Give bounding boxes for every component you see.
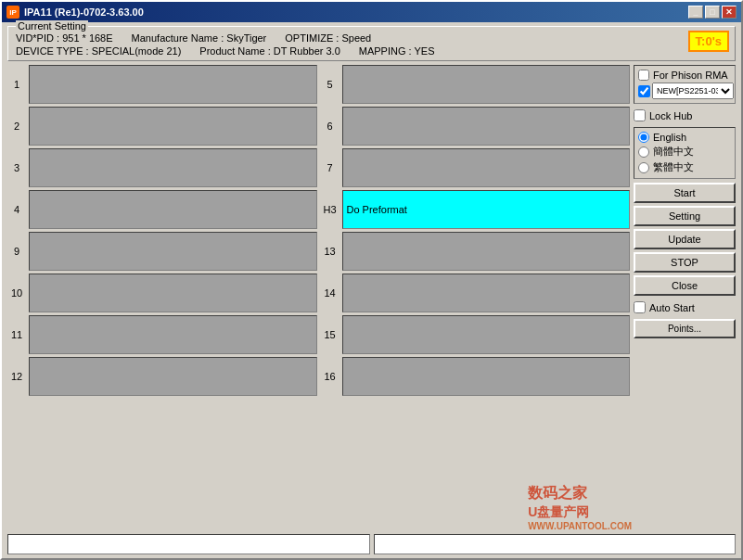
setting-button[interactable]: Setting (634, 206, 736, 226)
port-number-1: 1 (7, 79, 26, 90)
status-right (374, 534, 737, 554)
port-row-16: 16 (321, 357, 631, 396)
port-bar-h3: Do Preformat (342, 190, 631, 229)
title-bar-text: IP IPA11 (Re1)-0702-3.63.00 (6, 6, 144, 19)
current-setting-label: Current Setting (16, 20, 88, 32)
port-bar-10 (29, 274, 317, 312)
port-bar-9 (29, 232, 317, 271)
right-port-column: 5 6 7 H3 Do Preformat (321, 65, 631, 530)
options-group: For Phison RMA NEW[PS2251-03 + Toshibaj.… (634, 65, 736, 104)
port-number-9: 9 (7, 246, 26, 257)
port-row-12: 12 (7, 357, 317, 396)
port-bar-16 (342, 357, 631, 396)
port-grid: 1 2 3 4 9 (7, 65, 630, 530)
title-bar: IP IPA11 (Re1)-0702-3.63.00 _ □ ✕ (2, 2, 741, 22)
lock-hub-checkbox[interactable] (634, 109, 646, 121)
manufacture-label: Manufacture Name : SkyTiger (132, 32, 267, 44)
port-number-h3: H3 (321, 204, 339, 215)
window-title: IPA11 (Re1)-0702-3.63.00 (24, 6, 144, 18)
port-number-12: 12 (7, 371, 26, 382)
port-row-1: 1 (7, 65, 317, 104)
firmware-dropdown[interactable]: NEW[PS2251-03 + Toshibaj.ir (652, 83, 734, 99)
english-radio-row: English (638, 132, 731, 143)
port-number-4: 4 (7, 204, 26, 215)
traditional-radio[interactable] (638, 162, 649, 173)
buttons-group: Start Setting Update STOP Close (634, 183, 736, 296)
port-row-4: 4 (7, 190, 317, 229)
port-bar-1 (29, 65, 317, 104)
firmware-dropdown-row: NEW[PS2251-03 + Toshibaj.ir (638, 83, 731, 99)
firmware-checkbox[interactable] (638, 85, 650, 97)
port-number-6: 6 (321, 121, 339, 132)
traditional-label: 繁體中文 (653, 160, 694, 174)
port-bar-5 (342, 65, 631, 104)
device-type-label: DEVICE TYPE : SPECIAL(mode 21) (16, 45, 181, 57)
port-row-3: 3 (7, 148, 317, 187)
main-area: 1 2 3 4 9 (7, 65, 736, 530)
window-content: Current Setting VID*PID : 951 * 168E Man… (2, 22, 741, 558)
port-row-14: 14 (321, 274, 631, 312)
minimize-button[interactable]: _ (688, 6, 703, 19)
port-row-6: 6 (321, 107, 631, 146)
port-row-7: 7 (321, 148, 631, 187)
lock-hub-container: Lock Hub (634, 108, 736, 123)
port-row-10: 10 (7, 274, 317, 312)
stop-button[interactable]: STOP (634, 252, 736, 273)
simplified-radio[interactable] (638, 146, 649, 158)
points-button[interactable]: Points... (634, 319, 736, 338)
t-badge: T:0's (688, 31, 729, 52)
setting-row-2: DEVICE TYPE : SPECIAL(mode 21) Product N… (16, 45, 727, 57)
simplified-radio-row: 簡體中文 (638, 145, 731, 159)
port-number-16: 16 (321, 371, 339, 382)
port-row-9: 9 (7, 232, 317, 271)
start-button[interactable]: Start (634, 183, 736, 203)
optimize-label: OPTIMIZE : Speed (285, 32, 371, 44)
port-bar-12 (29, 357, 317, 396)
port-number-7: 7 (321, 162, 339, 173)
port-bar-2 (29, 107, 317, 146)
for-phison-rma-row: For Phison RMA (638, 70, 731, 81)
port-bar-4 (29, 190, 317, 229)
port-number-11: 11 (7, 329, 26, 340)
port-bar-13 (342, 232, 631, 271)
port-row-15: 15 (321, 315, 631, 354)
port-bar-14 (342, 274, 631, 312)
port-row-h3: H3 Do Preformat (321, 190, 631, 229)
auto-start-label: Auto Start (649, 302, 695, 313)
setting-rows: VID*PID : 951 * 168E Manufacture Name : … (16, 32, 727, 57)
port-number-13: 13 (321, 246, 339, 257)
port-bar-11 (29, 315, 317, 354)
update-button[interactable]: Update (634, 229, 736, 249)
maximize-button[interactable]: □ (705, 6, 720, 19)
english-radio[interactable] (638, 132, 649, 143)
language-group: English 簡體中文 繁體中文 (634, 127, 736, 179)
auto-start-row: Auto Start (634, 301, 736, 313)
port-row-5: 5 (321, 65, 631, 104)
main-window: IP IPA11 (Re1)-0702-3.63.00 _ □ ✕ Curren… (0, 0, 743, 560)
close-button[interactable]: ✕ (722, 6, 737, 19)
port-bar-3 (29, 148, 317, 187)
english-label: English (653, 132, 686, 143)
port-bar-15 (342, 315, 631, 354)
current-setting-panel: Current Setting VID*PID : 951 * 168E Man… (7, 26, 736, 61)
left-port-column: 1 2 3 4 9 (7, 65, 317, 530)
mapping-label: MAPPING : YES (359, 45, 435, 57)
port-bar-h3-text: Do Preformat (347, 204, 407, 215)
port-number-15: 15 (321, 329, 339, 340)
status-left (7, 534, 370, 554)
status-bar (7, 534, 736, 554)
port-number-14: 14 (321, 287, 339, 299)
close-button-main[interactable]: Close (634, 275, 736, 296)
product-label: Product Name : DT Rubber 3.0 (199, 45, 339, 57)
port-number-2: 2 (7, 121, 26, 132)
simplified-label: 簡體中文 (653, 145, 694, 159)
for-phison-rma-checkbox[interactable] (638, 70, 649, 81)
points-container: Points... (634, 319, 736, 338)
lock-hub-label: Lock Hub (649, 110, 692, 121)
vid-pid-label: VID*PID : 951 * 168E (16, 32, 113, 44)
auto-start-checkbox[interactable] (634, 301, 646, 313)
title-bar-buttons: _ □ ✕ (688, 6, 737, 19)
right-panel: For Phison RMA NEW[PS2251-03 + Toshibaj.… (634, 65, 736, 530)
app-icon: IP (6, 6, 19, 19)
port-number-3: 3 (7, 162, 26, 173)
